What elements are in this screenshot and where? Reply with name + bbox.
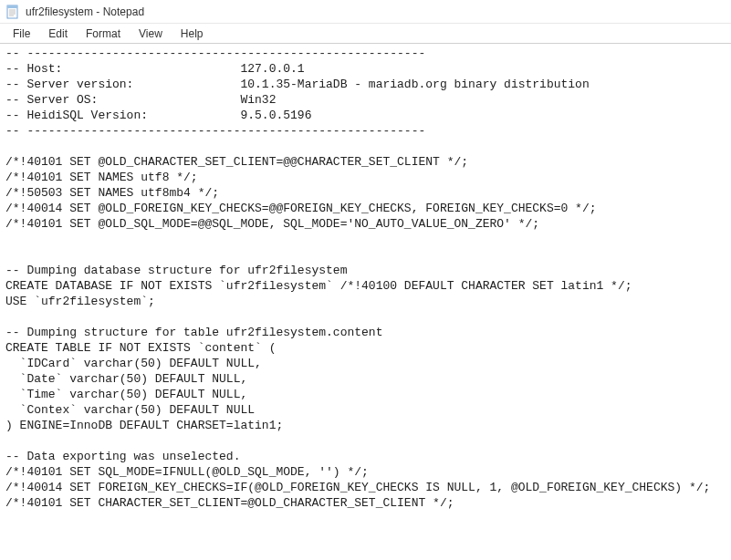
svg-rect-1 bbox=[7, 5, 17, 8]
menu-help[interactable]: Help bbox=[172, 26, 213, 42]
menu-format[interactable]: Format bbox=[77, 26, 130, 42]
notepad-icon bbox=[5, 5, 20, 19]
menu-edit[interactable]: Edit bbox=[39, 26, 77, 42]
menu-view[interactable]: View bbox=[130, 26, 172, 42]
window-title: ufr2filesystem - Notepad bbox=[26, 5, 144, 18]
menubar: File Edit Format View Help bbox=[0, 24, 731, 44]
titlebar: ufr2filesystem - Notepad bbox=[0, 0, 731, 24]
menu-file[interactable]: File bbox=[4, 26, 39, 42]
text-content[interactable]: -- -------------------------------------… bbox=[0, 44, 731, 560]
